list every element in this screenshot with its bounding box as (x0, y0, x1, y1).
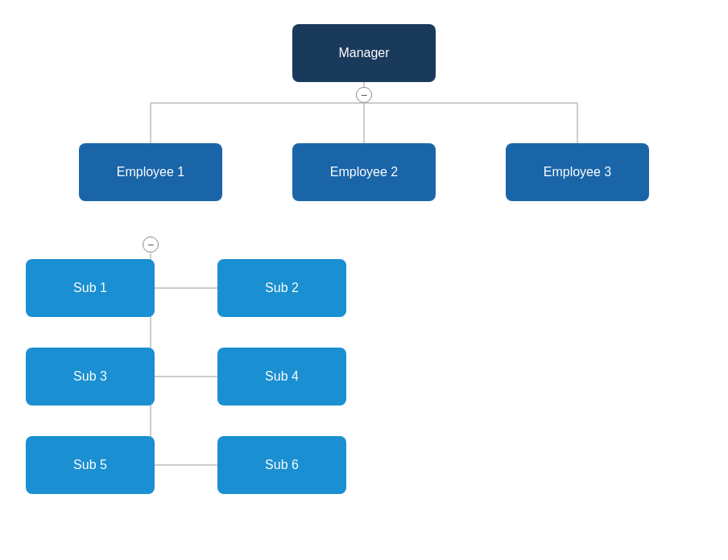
employee2-node: Employee 2 (292, 143, 436, 201)
sub3-label: Sub 3 (73, 369, 107, 385)
sub6-node: Sub 6 (217, 436, 346, 494)
employee1-node: Employee 1 (79, 143, 222, 201)
manager-node: Manager (292, 24, 436, 82)
employee3-node: Employee 3 (506, 143, 649, 201)
manager-toggle-icon: − (361, 89, 367, 101)
org-chart: Manager − Employee 1 Employee 2 Employee… (0, 0, 728, 560)
employee1-label: Employee 1 (117, 164, 185, 181)
sub4-label: Sub 4 (265, 369, 299, 385)
sub4-node: Sub 4 (217, 348, 346, 406)
sub5-node: Sub 5 (26, 436, 155, 494)
employee3-label: Employee 3 (544, 164, 612, 181)
sub5-label: Sub 5 (73, 457, 107, 474)
employee1-toggle-icon: − (147, 239, 154, 250)
employee2-label: Employee 2 (330, 164, 399, 181)
manager-label: Manager (338, 45, 389, 62)
sub1-node: Sub 1 (26, 259, 155, 317)
sub1-label: Sub 1 (73, 280, 107, 297)
employee1-toggle[interactable]: − (143, 237, 159, 253)
sub2-node: Sub 2 (217, 259, 346, 317)
sub6-label: Sub 6 (265, 457, 299, 474)
sub3-node: Sub 3 (26, 348, 155, 406)
sub2-label: Sub 2 (265, 280, 299, 297)
manager-toggle[interactable]: − (356, 87, 372, 103)
